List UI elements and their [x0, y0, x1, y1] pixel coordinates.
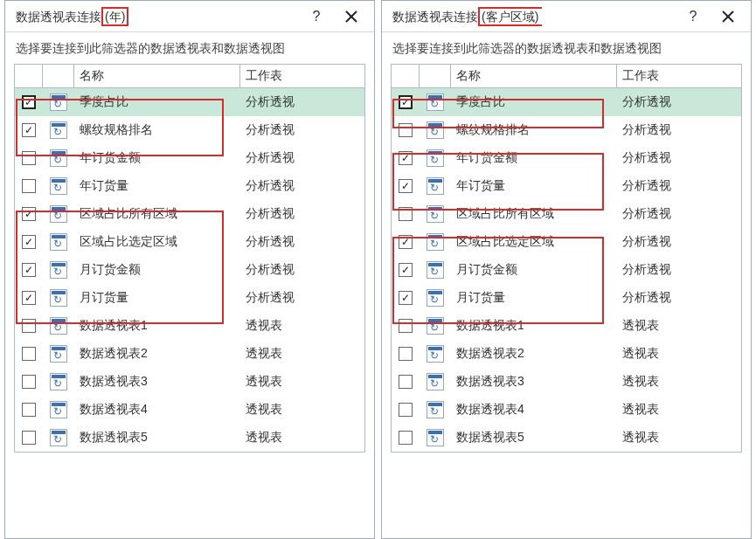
- row-icon-cell: [420, 121, 451, 139]
- row-checkbox[interactable]: [22, 95, 36, 109]
- table-row[interactable]: 数据透视表1透视表: [15, 312, 364, 340]
- row-checkbox[interactable]: [22, 151, 36, 165]
- row-icon-cell: [43, 345, 74, 363]
- row-checkbox-cell: [15, 263, 43, 277]
- table-row[interactable]: 月订货金额分析透视: [392, 256, 741, 284]
- row-worksheet: 分析透视: [617, 262, 741, 278]
- pivot-table-icon: [427, 401, 444, 418]
- table-row[interactable]: 区域占比所有区域分析透视: [392, 200, 741, 228]
- table-row[interactable]: 数据透视表3透视表: [392, 368, 741, 396]
- pivot-table-icon: [427, 429, 444, 446]
- table-row[interactable]: 区域占比选定区域分析透视: [15, 228, 364, 256]
- table-row[interactable]: 年订货量分析透视: [392, 172, 741, 200]
- row-checkbox[interactable]: [22, 319, 36, 333]
- titlebar: 数据透视表连接(年) ?: [5, 1, 374, 32]
- row-icon-cell: [43, 289, 74, 307]
- row-checkbox[interactable]: [22, 291, 36, 305]
- table-row[interactable]: 数据透视表5透视表: [392, 424, 741, 452]
- table-row[interactable]: 区域占比选定区域分析透视: [392, 228, 741, 256]
- row-checkbox[interactable]: [22, 235, 36, 249]
- row-checkbox[interactable]: [22, 403, 36, 417]
- row-checkbox[interactable]: [399, 151, 413, 165]
- row-checkbox-cell: [392, 403, 420, 417]
- row-name: 月订货量: [451, 290, 617, 306]
- row-checkbox[interactable]: [399, 291, 413, 305]
- row-icon-cell: [420, 317, 451, 335]
- row-checkbox-cell: [392, 375, 420, 389]
- close-icon: [722, 10, 734, 23]
- row-name: 季度占比: [451, 94, 617, 110]
- row-checkbox[interactable]: [22, 263, 36, 277]
- table-row[interactable]: 季度占比分析透视: [392, 88, 741, 116]
- row-checkbox[interactable]: [399, 207, 413, 221]
- row-name: 数据透视表1: [74, 318, 240, 334]
- row-checkbox-cell: [392, 263, 420, 277]
- dialog-description: 选择要连接到此筛选器的数据透视表和数据透视图: [5, 32, 374, 64]
- row-checkbox[interactable]: [22, 179, 36, 193]
- row-checkbox-cell: [392, 207, 420, 221]
- table-row[interactable]: 数据透视表5透视表: [15, 424, 364, 452]
- row-checkbox[interactable]: [399, 235, 413, 249]
- table-row[interactable]: 数据透视表1透视表: [392, 312, 741, 340]
- row-checkbox[interactable]: [22, 347, 36, 361]
- row-checkbox[interactable]: [399, 431, 413, 445]
- row-name: 数据透视表2: [451, 346, 617, 362]
- row-worksheet: 分析透视: [240, 206, 364, 222]
- table-row[interactable]: 数据透视表2透视表: [392, 340, 741, 368]
- row-name: 数据透视表5: [74, 430, 240, 446]
- table-row[interactable]: 季度占比分析透视: [15, 88, 364, 116]
- table-row[interactable]: 月订货量分析透视: [15, 284, 364, 312]
- table-row[interactable]: 年订货金额分析透视: [15, 144, 364, 172]
- row-worksheet: 透视表: [240, 402, 364, 418]
- row-checkbox[interactable]: [22, 123, 36, 137]
- row-name: 月订货金额: [74, 262, 240, 278]
- close-button[interactable]: [334, 4, 369, 29]
- table-row[interactable]: 年订货量分析透视: [15, 172, 364, 200]
- row-checkbox[interactable]: [399, 347, 413, 361]
- table-row[interactable]: 螺纹规格排名分析透视: [15, 116, 364, 144]
- table-row[interactable]: 月订货量分析透视: [392, 284, 741, 312]
- pivot-table-icon: [427, 261, 444, 279]
- row-checkbox[interactable]: [399, 263, 413, 277]
- row-worksheet: 分析透视: [617, 150, 741, 166]
- row-checkbox[interactable]: [399, 95, 413, 109]
- row-worksheet: 分析透视: [240, 234, 364, 250]
- header-checkbox-col: [392, 65, 420, 87]
- help-button[interactable]: ?: [676, 4, 711, 29]
- title-prefix: 数据透视表连接: [392, 10, 478, 24]
- row-checkbox[interactable]: [399, 319, 413, 333]
- row-checkbox[interactable]: [22, 431, 36, 445]
- row-worksheet: 分析透视: [240, 94, 364, 110]
- table-row[interactable]: 数据透视表4透视表: [392, 396, 741, 424]
- help-button[interactable]: ?: [299, 4, 334, 29]
- table-row[interactable]: 螺纹规格排名分析透视: [392, 116, 741, 144]
- row-checkbox[interactable]: [399, 403, 413, 417]
- row-checkbox-cell: [392, 291, 420, 305]
- row-checkbox[interactable]: [22, 207, 36, 221]
- row-icon-cell: [420, 261, 451, 279]
- row-name: 数据透视表4: [451, 402, 617, 418]
- row-checkbox-cell: [15, 207, 43, 221]
- row-name: 年订货金额: [451, 150, 617, 166]
- pivot-table-icon: [50, 177, 67, 195]
- row-checkbox[interactable]: [399, 375, 413, 389]
- dialog-year: 数据透视表连接(年) ? 选择要连接到此筛选器的数据透视表和数据透视图 名称 工…: [4, 0, 375, 539]
- row-checkbox[interactable]: [22, 375, 36, 389]
- table-row[interactable]: 月订货金额分析透视: [15, 256, 364, 284]
- row-name: 季度占比: [74, 94, 240, 110]
- table-row[interactable]: 区域占比所有区域分析透视: [15, 200, 364, 228]
- row-checkbox-cell: [15, 123, 43, 137]
- table-row[interactable]: 数据透视表2透视表: [15, 340, 364, 368]
- table-row[interactable]: 数据透视表3透视表: [15, 368, 364, 396]
- table-row[interactable]: 数据透视表4透视表: [15, 396, 364, 424]
- row-worksheet: 分析透视: [617, 122, 741, 138]
- header-icon-col: [43, 65, 74, 87]
- list-header: 名称 工作表: [15, 65, 364, 88]
- table-row[interactable]: 年订货金额分析透视: [392, 144, 741, 172]
- row-checkbox[interactable]: [399, 123, 413, 137]
- pivot-table-icon: [427, 317, 444, 335]
- close-button[interactable]: [711, 4, 746, 29]
- row-checkbox[interactable]: [399, 179, 413, 193]
- row-checkbox-cell: [392, 123, 420, 137]
- row-worksheet: 分析透视: [240, 178, 364, 194]
